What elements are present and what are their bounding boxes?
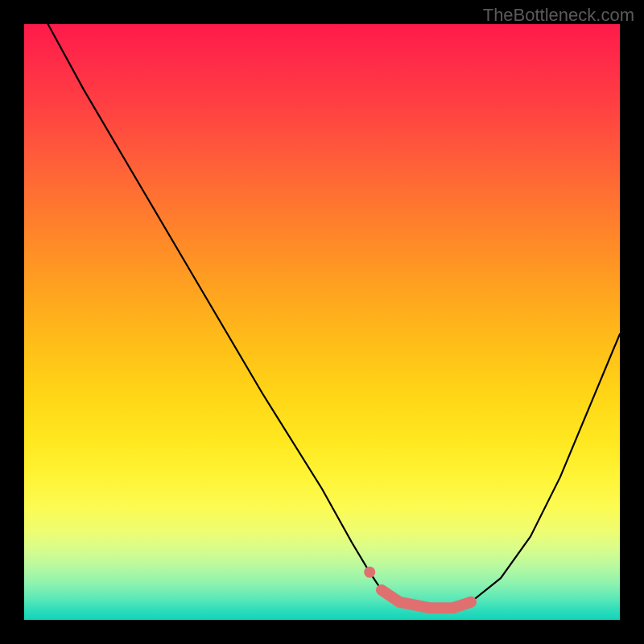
watermark-text: TheBottleneck.com xyxy=(483,5,634,26)
plot-area xyxy=(24,24,620,620)
chart-container: TheBottleneck.com xyxy=(0,0,644,644)
curve-svg xyxy=(24,24,620,620)
highlight-range-path xyxy=(382,590,471,608)
bottleneck-curve-path xyxy=(48,24,620,608)
